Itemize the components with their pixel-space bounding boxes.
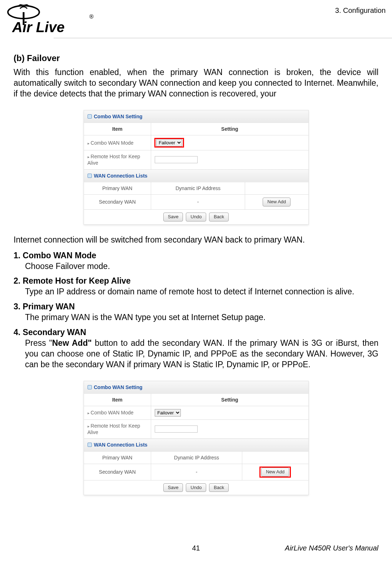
panel-header-lists: WAN Connection Lists (84, 439, 308, 451)
button-row: Save Undo Back (84, 480, 308, 495)
page-header: Air Live ® 3. Configuration (0, 0, 392, 38)
remote-host-input[interactable] (155, 156, 198, 163)
primary-wan-label: Primary WAN (84, 182, 151, 194)
list-item: 2. Remote Host for Keep Alive Type an IP… (14, 276, 378, 297)
new-add-button[interactable]: New Add (263, 198, 291, 206)
secondary-wan-label: Secondary WAN (84, 194, 151, 209)
list-item: 3. Primary WAN The primary WAN is the WA… (14, 302, 378, 323)
save-button[interactable]: Save (163, 483, 183, 492)
svg-text:Air Live: Air Live (12, 19, 65, 35)
svg-text:®: ® (89, 14, 94, 20)
secondary-wan-value: - (151, 464, 242, 480)
col-setting: Setting (151, 393, 308, 406)
screenshot-combo-wan-2: Combo WAN Setting Item Setting Combo WAN… (84, 381, 309, 495)
undo-button[interactable]: Undo (186, 213, 206, 221)
col-item: Item (84, 123, 151, 135)
back-button[interactable]: Back (209, 213, 229, 221)
undo-button[interactable]: Undo (186, 483, 206, 492)
row-combo-wan-mode: Combo WAN Mode (84, 406, 151, 419)
primary-wan-value: Dynamic IP Address (151, 182, 245, 194)
page-footer: 41 AirLive N450R User's Manual (0, 544, 392, 552)
highlight-failover: Failover (155, 138, 184, 147)
button-row: Save Undo Back (84, 209, 308, 224)
panel-header-lists: WAN Connection Lists (84, 169, 308, 182)
remote-host-input[interactable] (155, 425, 198, 433)
page-content: (b) Failover With this function enabled,… (0, 38, 392, 495)
combo-wan-mode-select[interactable]: Failover (156, 139, 182, 146)
secondary-wan-label: Secondary WAN (84, 464, 151, 480)
highlight-new-add: New Add (260, 467, 291, 477)
col-setting: Setting (151, 123, 308, 135)
manual-title: AirLive N450R User's Manual (285, 544, 378, 552)
brand-logo: Air Live ® (6, 4, 103, 38)
page-number: 41 (192, 544, 200, 552)
save-button[interactable]: Save (163, 213, 183, 221)
post-figure-text: Internet connection will be switched fro… (14, 235, 378, 245)
chapter-label: 3. Configuration (335, 4, 386, 15)
numbered-list: 1. Combo WAN Mode Choose Failover mode. … (14, 250, 378, 370)
screenshot-combo-wan-1: Combo WAN Setting Item Setting Combo WAN… (84, 110, 309, 225)
panel-header: Combo WAN Setting (84, 110, 308, 123)
combo-wan-mode-select[interactable]: Failover (155, 409, 181, 417)
section-title: (b) Failover (14, 53, 378, 64)
primary-wan-label: Primary WAN (84, 451, 151, 464)
secondary-wan-value: - (151, 194, 245, 209)
col-item: Item (84, 393, 151, 406)
row-combo-wan-mode: Combo WAN Mode (84, 135, 151, 150)
back-button[interactable]: Back (209, 483, 229, 492)
section-intro: With this function enabled, when the pri… (14, 67, 378, 99)
list-item: 4. Secondary WAN Press "New Add" button … (14, 327, 378, 370)
list-item: 1. Combo WAN Mode Choose Failover mode. (14, 250, 378, 272)
row-remote-host: Remote Host for Keep Alive (84, 419, 151, 438)
panel-header: Combo WAN Setting (84, 381, 308, 393)
new-add-button[interactable]: New Add (261, 468, 289, 477)
row-remote-host: Remote Host for Keep Alive (84, 150, 151, 169)
primary-wan-value: Dynamic IP Address (151, 451, 242, 464)
